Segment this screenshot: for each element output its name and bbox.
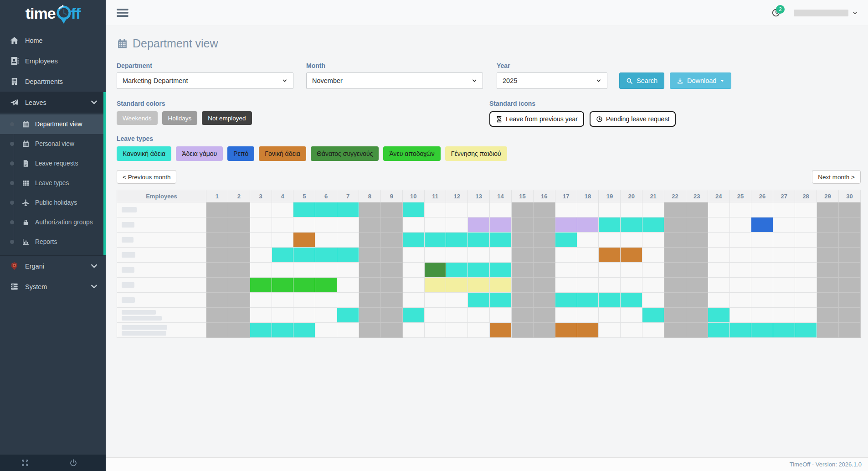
day-cell-11 — [424, 217, 446, 233]
sidebar-item-departments[interactable]: Departments — [0, 71, 106, 92]
departments-icon — [10, 77, 19, 86]
day-cell-2 — [228, 202, 250, 217]
day-cell-6 — [315, 308, 337, 323]
day-cell-9 — [380, 248, 402, 263]
day-cell-7 — [337, 293, 359, 308]
search-button[interactable]: Search — [619, 72, 664, 89]
day-cell-21 — [642, 248, 664, 263]
day-cell-11 — [424, 248, 446, 263]
sidebar-item-leave-requests[interactable]: Leave requests — [0, 154, 106, 173]
day-cell-28 — [795, 308, 817, 323]
month-select[interactable]: November — [306, 72, 483, 89]
sidebar-item-leaves[interactable]: Leaves — [0, 92, 106, 113]
day-cell-28 — [795, 233, 817, 248]
day-cell-21 — [642, 233, 664, 248]
sidebar-item-public-holidays[interactable]: Public holidays — [0, 193, 106, 212]
leave-cell-normal — [337, 308, 359, 323]
previous-month-button[interactable]: < Previous month — [117, 170, 176, 184]
day-cell-20 — [621, 323, 642, 338]
day-cell-22 — [664, 202, 686, 217]
power-icon[interactable] — [69, 459, 77, 467]
day-header-26: 26 — [751, 190, 773, 202]
bullet-dot — [10, 240, 14, 244]
leave-cell-normal — [599, 293, 621, 308]
sidebar-item-department-view[interactable]: Department view — [0, 114, 106, 134]
leave-cell-normal — [642, 308, 664, 323]
day-cell-5 — [293, 308, 315, 323]
search-button-label: Search — [637, 77, 657, 84]
day-cell-28 — [795, 202, 817, 217]
redaction-bar — [122, 331, 166, 336]
day-cell-30 — [838, 323, 860, 338]
day-header-21: 21 — [642, 190, 664, 202]
day-cell-3 — [250, 233, 272, 248]
day-cell-8 — [359, 217, 381, 233]
day-cell-19 — [599, 278, 621, 293]
day-cell-30 — [838, 248, 860, 263]
day-header-7: 7 — [337, 190, 359, 202]
day-cell-26 — [751, 233, 773, 248]
department-select[interactable]: Marketing Department — [117, 72, 293, 89]
day-cell-16 — [533, 323, 555, 338]
system-icon — [10, 282, 19, 291]
day-cell-5 — [293, 263, 315, 278]
day-header-9: 9 — [380, 190, 402, 202]
user-menu[interactable] — [794, 10, 858, 16]
leave-cell-parental — [577, 323, 599, 338]
day-cell-19 — [599, 202, 621, 217]
day-cell-23 — [686, 308, 708, 323]
day-header-23: 23 — [686, 190, 708, 202]
filter-bar: Department Marketing Department Month No… — [117, 62, 861, 89]
day-cell-30 — [838, 217, 860, 233]
expand-icon[interactable] — [21, 459, 29, 467]
year-select[interactable]: 2025 — [497, 72, 607, 89]
leave-cell-normal — [773, 323, 795, 338]
legend-row: Standard colors WeekendsHolidaysNot empl… — [117, 100, 861, 127]
bullet-dot — [10, 142, 14, 146]
standard-icon-leave-from-previous-year: Leave from previous year — [489, 111, 584, 127]
day-header-6: 6 — [315, 190, 337, 202]
day-cell-8 — [359, 248, 381, 263]
sidebar-item-authorization-groups[interactable]: Authorization groups — [0, 212, 106, 232]
sidebar-item-home[interactable]: Home — [0, 30, 106, 51]
day-header-8: 8 — [359, 190, 381, 202]
department-selected-value: Marketing Department — [123, 77, 188, 84]
day-cell-9 — [380, 233, 402, 248]
sidebar-item-system[interactable]: System — [0, 276, 106, 297]
sidebar-item-label: Personal view — [35, 140, 74, 147]
ergani-icon — [10, 262, 19, 270]
leave-cell-unpaid — [315, 278, 337, 293]
day-cell-12 — [446, 202, 468, 217]
next-month-button[interactable]: Next month > — [812, 170, 861, 184]
standard-icon-pending-leave-request: Pending leave request — [590, 111, 676, 127]
day-cell-28 — [795, 263, 817, 278]
employees-column-header: Employees — [117, 190, 206, 202]
employee-name-redacted — [117, 323, 206, 338]
day-cell-29 — [817, 248, 839, 263]
day-cell-2 — [228, 293, 250, 308]
leave-type-badge-γονικ-δεια: Γονική άδεια — [259, 146, 306, 161]
day-header-19: 19 — [599, 190, 621, 202]
day-cell-18 — [577, 233, 599, 248]
day-cell-22 — [664, 293, 686, 308]
page-title: Department view — [117, 37, 861, 50]
sidebar-item-employees[interactable]: Employees — [0, 51, 106, 71]
day-cell-18 — [577, 202, 599, 217]
leave-type-badge-θ-νατος-συγγενο-ς: Θάνατος συγγενούς — [311, 146, 379, 161]
sidebar-item-leave-types[interactable]: Leave types — [0, 173, 106, 193]
leave-cell-normal — [599, 217, 621, 233]
day-cell-27 — [773, 278, 795, 293]
download-button[interactable]: Download — [670, 72, 732, 89]
leave-cell-normal — [293, 323, 315, 338]
hamburger-menu-icon[interactable] — [117, 8, 128, 17]
table-row — [117, 217, 861, 233]
chevron-down-icon — [90, 98, 98, 107]
redaction-bar — [122, 237, 134, 243]
day-header-29: 29 — [817, 190, 839, 202]
sidebar-item-personal-view[interactable]: Personal view — [0, 134, 106, 154]
sidebar-item-ergani[interactable]: Ergani — [0, 256, 106, 276]
sidebar-item-reports[interactable]: Reports — [0, 232, 106, 252]
sidebar-item-label: Leaves — [25, 99, 46, 106]
department-filter: Department Marketing Department — [117, 62, 293, 89]
leave-cell-wedding — [577, 217, 599, 233]
